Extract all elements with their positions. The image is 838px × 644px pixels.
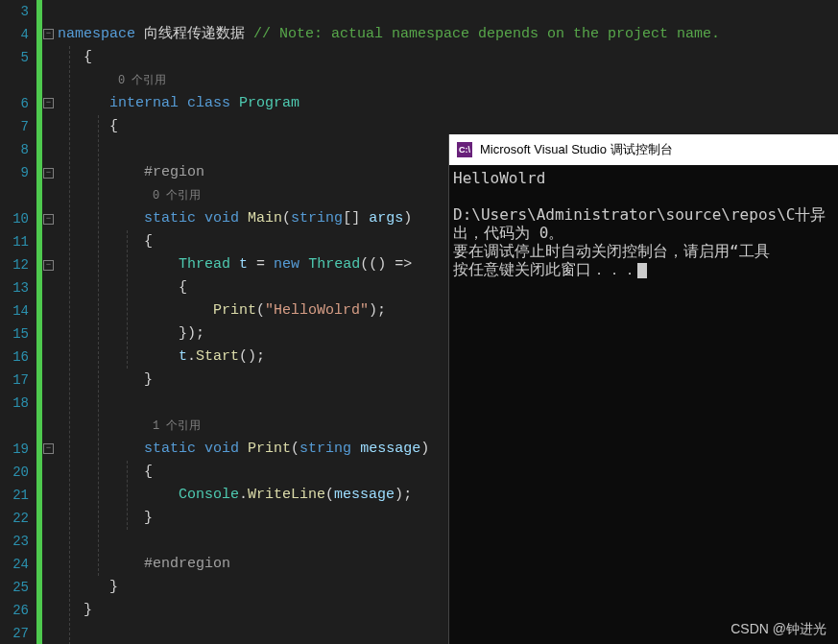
fold-toggle-icon[interactable]: −: [43, 214, 54, 225]
line-number-gutter: 3 4 5 6 7 8 9 10 11 12 13 14 15 16 17 18…: [0, 0, 36, 644]
vs-icon: C:\: [457, 142, 472, 157]
console-output: HelloWolrd D:\Users\Administrator\source…: [449, 165, 838, 282]
fold-toggle-icon[interactable]: −: [43, 29, 54, 39]
console-titlebar[interactable]: C:\ Microsoft Visual Studio 调试控制台: [449, 134, 838, 165]
codelens-reference[interactable]: 0 个引用: [118, 74, 166, 87]
watermark-text: CSDN @钟进光: [730, 621, 826, 638]
codelens-reference[interactable]: 0 个引用: [153, 189, 201, 203]
fold-toggle-icon[interactable]: −: [43, 260, 54, 271]
fold-toggle-icon[interactable]: −: [43, 98, 54, 108]
console-title-text: Microsoft Visual Studio 调试控制台: [480, 141, 673, 158]
debug-console-window[interactable]: C:\ Microsoft Visual Studio 调试控制台 HelloW…: [448, 134, 838, 644]
fold-toggle-icon[interactable]: −: [43, 168, 54, 179]
cursor-icon: [637, 263, 647, 278]
fold-column: − − − − − −: [42, 0, 58, 644]
codelens-reference[interactable]: 1 个引用: [153, 419, 201, 433]
fold-toggle-icon[interactable]: −: [43, 443, 54, 454]
